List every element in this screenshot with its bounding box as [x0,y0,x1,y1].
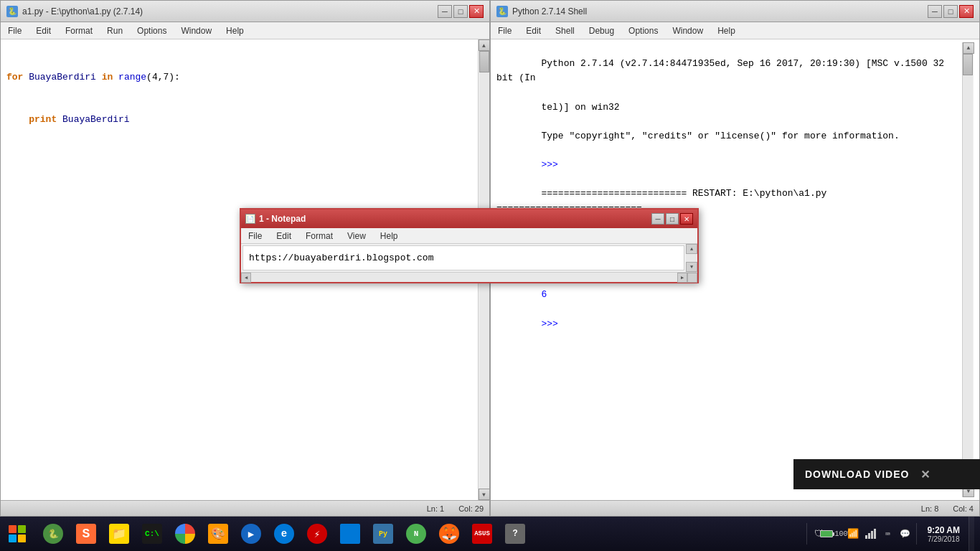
clock-time: 9:20 AM [927,525,960,535]
notepad-body: https://buayaberdiri.blogspot.com ▲ ▼ ◀ … [241,244,697,282]
systray-divider [806,523,807,545]
editor-minimize-button[interactable]: ─ [438,5,452,18]
start-button[interactable] [0,517,34,551]
editor-menu-help[interactable]: Help [222,24,248,37]
shell-menu-edit[interactable]: Edit [522,24,545,37]
taskbar-app-windows[interactable] [334,518,366,550]
speaker-icon[interactable] [863,527,877,541]
taskbar-app-asus[interactable]: ASUS [466,518,498,550]
taskbar-app-folder[interactable]: 📁 [103,518,135,550]
volume-bars [865,529,876,539]
asus-app-icon: ASUS [472,524,492,544]
notepad-vscrollbar[interactable]: ▲ ▼ [686,244,697,272]
editor-menu-run[interactable]: Run [103,24,127,37]
taskbar-app-cmd[interactable]: C:\ [136,518,168,550]
notepad-scroll-up[interactable]: ▲ [686,244,697,254]
taskbar-app-antivirus[interactable]: ⚡ [301,518,333,550]
editor-close-button[interactable]: ✕ [469,5,484,18]
notepad-window-controls: ─ □ ✕ [651,213,693,225]
antivirus-app-icon: ⚡ [307,524,327,544]
notepad-text-area[interactable]: https://buayaberdiri.blogspot.com [242,245,684,270]
shell-output-6: 6 [541,289,547,300]
shell-maximize-button[interactable]: □ [943,5,958,18]
notepad-menu-edit[interactable]: Edit [272,230,296,242]
clock-date: 7/29/2018 [928,535,960,543]
windows-app-icon [340,524,360,544]
editor-menu-format[interactable]: Format [61,24,97,37]
shell-menu-options[interactable]: Options [624,24,662,37]
shell-status-ln: Ln: 8 [921,504,938,513]
taskbar: 🐍 S 📁 C:\ 🎨 ▶ e ⚡ [0,517,980,551]
notepad-window: 📄 1 - Notepad ─ □ ✕ File Edit Format Vie… [240,208,699,283]
taskbar-app-sublime[interactable]: S [70,518,102,550]
vol-bar-3 [871,531,873,539]
notepad-menu-file[interactable]: File [244,230,266,242]
editor-status-bar: Ln: 1 Col: 29 [1,500,489,516]
shell-titlebar: 🐍 Python 2.7.14 Shell ─ □ ✕ [491,1,979,22]
taskbar-app-unknown[interactable]: ? [499,518,531,550]
editor-menu-options[interactable]: Options [133,24,171,37]
shell-scrollbar[interactable]: ▲ ▼ [962,42,974,497]
notepad-scroll-down[interactable]: ▼ [686,262,697,272]
shell-scroll-up[interactable]: ▲ [963,42,974,54]
shell-minimize-button[interactable]: ─ [928,5,942,18]
notepad-menu-help[interactable]: Help [376,230,402,242]
shell-scroll-thumb[interactable] [963,54,973,75]
notepad-hscrollbar[interactable]: ◀ ▶ [241,272,697,282]
cmd-app-icon: C:\ [142,524,162,544]
windows-sq2 [18,525,26,533]
notepad-scroll-track[interactable] [686,254,697,262]
taskbar-app-media[interactable]: ▶ [235,518,267,550]
shell-menu-shell[interactable]: Shell [551,24,579,37]
notepad-menu-format[interactable]: Format [301,230,337,242]
notepad-icon: 📄 [245,214,255,224]
notepad-titlebar: 📄 1 - Notepad ─ □ ✕ [241,209,697,228]
editor-status-ln: Ln: 1 [427,504,444,513]
notepad-close-button[interactable]: ✕ [680,213,693,225]
shell-intro-2: tel)] on win32 [541,102,619,113]
network-icon[interactable]: 📶 [846,527,860,541]
taskbar-app-chrome[interactable] [169,518,201,550]
shell-menu-debug[interactable]: Debug [585,24,618,37]
editor-scroll-up[interactable]: ▲ [479,39,490,51]
taskbar-app-paint[interactable]: 🎨 [202,518,234,550]
notepad-hscroll-left[interactable]: ◀ [241,273,251,283]
battery-icon[interactable]: 100% [829,527,843,541]
notepad-hscroll-right[interactable]: ▶ [677,273,687,283]
editor-maximize-button[interactable]: □ [453,5,468,18]
notepad-minimize-button[interactable]: ─ [651,213,664,225]
code-line-1: for BuayaBerdiri in range(4,7): [6,70,472,85]
notification-icon[interactable]: 💬 [897,527,912,541]
taskbar-app-python[interactable]: Py [367,518,399,550]
notepad-menu-view[interactable]: View [343,230,370,242]
taskbar-app-ie[interactable]: e [268,518,300,550]
taskbar-app-nox[interactable]: N [400,518,432,550]
shell-close-button[interactable]: ✕ [959,5,974,18]
notepad-scroll-corner [687,273,697,283]
vol-bar-1 [865,535,867,539]
shell-scroll-track[interactable] [963,54,973,486]
editor-scroll-thumb[interactable] [479,51,489,72]
taskbar-app-firefox[interactable]: 🦊 [433,518,465,550]
notepad-maximize-button[interactable]: □ [666,213,679,225]
python-file-icon: 🐍 [6,6,18,17]
shell-menu-window[interactable]: Window [668,24,707,37]
shell-menu-help[interactable]: Help [713,24,740,37]
taskbar-clock[interactable]: 9:20 AM 7/29/2018 [921,517,966,551]
folder-app-icon: 📁 [109,524,129,544]
notepad-url-text: https://buayaberdiri.blogspot.com [249,253,678,263]
show-desktop-button[interactable] [969,517,974,551]
download-close-button[interactable]: ✕ [920,468,930,481]
editor-menu-file[interactable]: File [4,24,26,37]
download-video-label: DOWNLOAD VIDEO [805,468,909,480]
shell-menu-file[interactable]: File [494,24,516,37]
keyboard-icon[interactable]: ⌨ [880,527,895,541]
taskbar-app-snake[interactable]: 🐍 [37,518,69,550]
editor-menu-window[interactable]: Window [176,24,216,37]
shell-titlebar-left: 🐍 Python 2.7.14 Shell [496,6,587,17]
editor-menu-edit[interactable]: Edit [32,24,55,37]
firefox-app-icon: 🦊 [439,524,459,544]
editor-scroll-down[interactable]: ▼ [479,489,490,500]
snake-app-icon: 🐍 [43,524,63,544]
notepad-hscroll-track[interactable] [251,273,677,282]
